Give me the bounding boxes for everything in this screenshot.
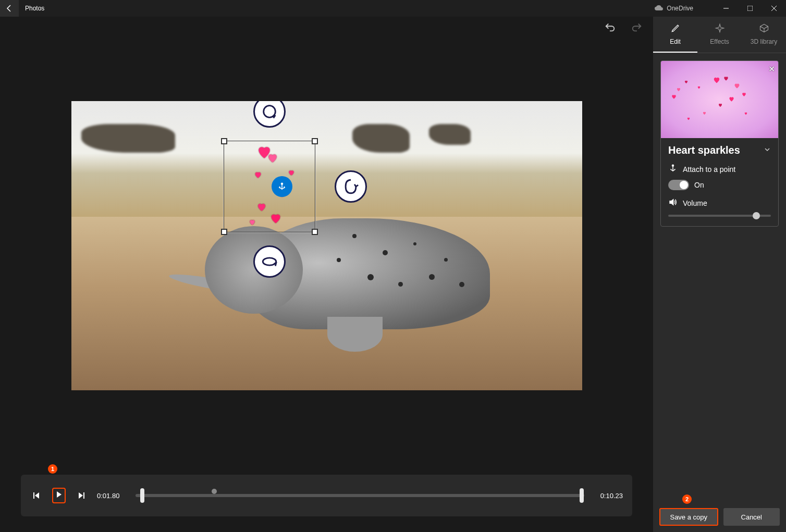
cloud-icon: [654, 5, 664, 13]
edit-sidebar: Edit Effects 3D library ✕: [653, 17, 786, 532]
video-canvas[interactable]: [71, 101, 582, 390]
sparkle-icon: [715, 23, 725, 35]
svg-rect-7: [33, 492, 34, 499]
timeline-track[interactable]: [136, 494, 584, 497]
volume-thumb[interactable]: [753, 212, 760, 219]
app-title: Photos: [25, 5, 44, 12]
close-icon[interactable]: ✕: [768, 64, 775, 74]
save-a-copy-button[interactable]: Save a copy: [659, 508, 718, 526]
total-time: 0:10.23: [594, 492, 623, 500]
resize-handle-tr[interactable]: [312, 138, 318, 144]
cube-icon: [759, 23, 769, 35]
volume-label: Volume: [683, 199, 707, 207]
effect-selection-box[interactable]: [224, 141, 315, 232]
anchor-point-icon[interactable]: [272, 176, 292, 197]
svg-point-4: [280, 183, 283, 185]
tab-edit[interactable]: Edit: [653, 17, 697, 53]
tab-3d-library[interactable]: 3D library: [742, 17, 786, 53]
rotate-y-button[interactable]: [335, 170, 367, 203]
current-time: 0:01.80: [97, 492, 126, 500]
titlebar: Photos OneDrive: [0, 0, 786, 17]
resize-handle-bl[interactable]: [221, 229, 227, 235]
effect-marker[interactable]: [212, 489, 217, 494]
toggle-state-label: On: [694, 181, 704, 189]
maximize-button[interactable]: [738, 0, 762, 17]
svg-rect-8: [83, 492, 84, 499]
prev-frame-button[interactable]: [30, 489, 43, 502]
playback-bar: 1 0:01.80 0:10.23: [21, 475, 632, 516]
callout-badge: 2: [682, 494, 692, 504]
volume-slider[interactable]: [668, 215, 771, 217]
close-button[interactable]: [762, 0, 786, 17]
trim-start-handle[interactable]: [140, 488, 144, 503]
resize-handle-tl[interactable]: [221, 138, 227, 144]
next-frame-button[interactable]: [75, 489, 88, 502]
onedrive-status[interactable]: OneDrive: [654, 5, 693, 13]
svg-rect-1: [747, 6, 753, 11]
svg-point-5: [263, 106, 275, 118]
play-button[interactable]: [52, 488, 66, 503]
effect-name: Heart sparkles: [668, 144, 740, 156]
rotate-x-button[interactable]: [253, 245, 286, 278]
tab-effects[interactable]: Effects: [697, 17, 742, 53]
pencil-icon: [670, 23, 681, 35]
cancel-button[interactable]: Cancel: [723, 508, 780, 526]
callout-badge: 1: [48, 464, 57, 474]
attach-toggle[interactable]: [668, 180, 689, 190]
minimize-button[interactable]: [714, 0, 738, 17]
resize-handle-br[interactable]: [312, 229, 318, 235]
back-button[interactable]: [0, 0, 19, 17]
trim-end-handle[interactable]: [580, 488, 584, 503]
volume-icon: [668, 197, 678, 208]
editor-area: 1 0:01.80 0:10.23: [0, 17, 653, 532]
anchor-icon: [668, 164, 678, 175]
attach-label: Attach to a point: [683, 165, 735, 174]
undo-button[interactable]: [604, 22, 616, 35]
effect-preview: ✕: [661, 61, 778, 138]
effect-card: ✕ Heart sparkles: [660, 60, 779, 227]
redo-button[interactable]: [631, 22, 643, 35]
svg-point-9: [672, 165, 674, 167]
chevron-down-icon[interactable]: [764, 146, 771, 155]
